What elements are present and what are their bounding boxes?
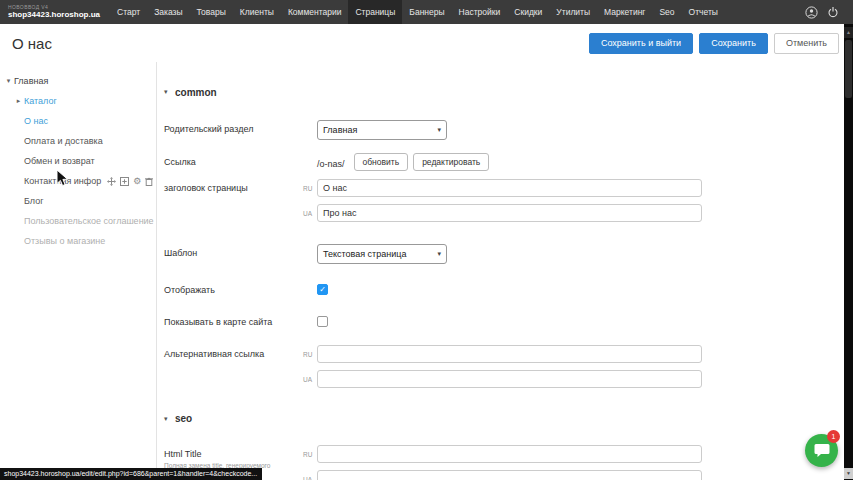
chevron-down-icon: ▾ [437, 250, 441, 258]
sitemap-checkbox[interactable]: ✓ [317, 316, 328, 327]
cancel-button[interactable]: Отменить [774, 33, 839, 54]
logout-icon[interactable] [827, 6, 839, 18]
menu-item-start[interactable]: Старт [110, 0, 147, 24]
menu-item-reports[interactable]: Отчеты [682, 0, 725, 24]
page-scrollbar[interactable]: ▲ ▼ [844, 24, 853, 480]
html-title-ua-input[interactable] [317, 470, 702, 480]
sidebar-item-payment-delivery[interactable]: Оплата и доставка [0, 131, 156, 151]
menu-item-marketing[interactable]: Маркетинг [597, 0, 652, 24]
menu-item-banners[interactable]: Баннеры [402, 0, 451, 24]
tree-item-label: Блог [24, 196, 43, 206]
scroll-up-arrow-icon[interactable]: ▲ [844, 27, 853, 38]
field-display: Отображать ✓ [164, 281, 853, 296]
tree-item-label: Оплата и доставка [24, 136, 103, 146]
template-select[interactable]: Текстовая страница ▾ [317, 244, 447, 264]
field-link: Ссылка /o-nas/ обновить редактировать [164, 153, 853, 171]
edit-link-button[interactable]: редактировать [413, 153, 489, 171]
field-label: Отображать [164, 281, 303, 296]
scroll-down-arrow-icon[interactable]: ▼ [844, 468, 853, 479]
checkmark-icon: ✓ [319, 286, 326, 294]
field-alt-link: Альтернативная ссылка RU UA [164, 345, 853, 388]
menu-item-clients[interactable]: Клиенты [233, 0, 281, 24]
sidebar-item-about[interactable]: О нас [0, 111, 156, 131]
lang-tag-ru: RU [303, 184, 317, 192]
tree-item-label: Обмен и возврат [24, 156, 95, 166]
menu-item-discounts[interactable]: Скидки [507, 0, 549, 24]
sidebar-item-catalog[interactable]: ▸ Каталог [0, 91, 156, 111]
field-label: Html Title Полная замена title, генериру… [164, 445, 303, 471]
select-value: Текстовая страница [323, 249, 406, 259]
menu-item-orders[interactable]: Заказы [147, 0, 189, 24]
menu-item-pages[interactable]: Страницы [348, 0, 402, 24]
field-label: Альтернативная ссылка [164, 345, 303, 360]
parent-section-select[interactable]: Главная ▾ [317, 120, 447, 140]
topbar: НОВОВВОД V4 shop34423.horoshop.ua Старт … [0, 0, 853, 24]
chat-widget-button[interactable]: 1 [805, 434, 838, 467]
field-html-title: Html Title Полная замена title, генериру… [164, 445, 853, 480]
page-title-ru-input[interactable] [317, 179, 702, 197]
chevron-down-icon: ▾ [3, 77, 14, 85]
sidebar-item-store-reviews[interactable]: Отзывы о магазине [0, 231, 156, 251]
section-header-common[interactable]: ▾ common [164, 86, 853, 98]
html-title-ru-input[interactable] [317, 445, 702, 463]
sidebar-item-blog[interactable]: Блог [0, 191, 156, 211]
lang-tag-spacer [303, 320, 317, 321]
refresh-link-button[interactable]: обновить [354, 153, 409, 171]
tree-item-label: Каталог [24, 96, 57, 106]
gear-icon[interactable]: ⚙ [133, 177, 141, 186]
save-button[interactable]: Сохранить [699, 33, 768, 54]
alt-link-ua-input[interactable] [317, 370, 702, 388]
save-and-exit-button[interactable]: Сохранить и выйти [589, 33, 693, 54]
field-label: Ссылка [164, 153, 303, 168]
lang-tag-ru: RU [303, 350, 317, 358]
section-title: seo [175, 413, 192, 424]
lang-tag-spacer [303, 162, 317, 163]
tree-item-label: Пользовательское соглашение [24, 216, 154, 226]
chat-bubble-icon [814, 443, 830, 458]
lang-tag-spacer [303, 254, 317, 255]
brand[interactable]: НОВОВВОД V4 shop34423.horoshop.ua [0, 5, 110, 19]
page-title-ua-input[interactable] [317, 204, 702, 222]
tree-item-label: Главная [14, 76, 48, 86]
tree-item-actions: ⚙ [107, 177, 153, 186]
add-subpage-icon[interactable] [120, 177, 129, 186]
field-label-text: Html Title [164, 449, 303, 460]
menu-item-seo[interactable]: Seo [652, 0, 681, 24]
menu-item-utilities[interactable]: Утилиты [549, 0, 597, 24]
page-title: О нас [0, 35, 52, 52]
pages-tree-sidebar: ▾ Главная ▸ Каталог О нас Оплата и доста… [0, 62, 157, 480]
header-actions: Сохранить и выйти Сохранить Отменить [589, 33, 853, 54]
menu-item-comments[interactable]: Комментарии [281, 0, 349, 24]
link-value: /o-nas/ [317, 155, 345, 169]
page-header: О нас Сохранить и выйти Сохранить Отмени… [0, 24, 853, 62]
top-menu: Старт Заказы Товары Клиенты Комментарии … [110, 0, 725, 24]
lang-tag-spacer [303, 288, 317, 289]
trash-icon[interactable] [145, 177, 153, 186]
sidebar-item-user-agreement[interactable]: Пользовательское соглашение [0, 211, 156, 231]
topbar-icons [805, 6, 853, 19]
section-header-seo[interactable]: ▾ seo [164, 413, 853, 425]
field-template: Шаблон Текстовая страница ▾ [164, 244, 853, 264]
lang-tag-ru: RU [303, 450, 317, 458]
sidebar-item-home[interactable]: ▾ Главная [0, 71, 156, 91]
user-account-icon[interactable] [805, 6, 818, 19]
scrollbar-thumb[interactable] [845, 40, 852, 98]
move-icon[interactable] [107, 177, 116, 186]
chat-unread-badge: 1 [827, 430, 840, 443]
menu-item-products[interactable]: Товары [190, 0, 233, 24]
sidebar-item-exchange-return[interactable]: Обмен и возврат [0, 151, 156, 171]
field-parent-section: Родительский раздел Главная ▾ [164, 120, 853, 140]
field-page-title: заголовок страницы RU UA [164, 179, 853, 222]
sidebar-item-contact-info[interactable]: Контактная инфор ⚙ [0, 171, 156, 191]
select-value: Главная [323, 125, 357, 135]
menu-item-settings[interactable]: Настройки [452, 0, 508, 24]
alt-link-ru-input[interactable] [317, 345, 702, 363]
field-label: Родительский раздел [164, 120, 303, 135]
app-window: НОВОВВОД V4 shop34423.horoshop.ua Старт … [0, 0, 853, 480]
field-sitemap: Показывать в карте сайта ✓ [164, 313, 853, 328]
content-area: ▾ Главная ▸ Каталог О нас Оплата и доста… [0, 62, 853, 480]
tree-item-label: О нас [24, 116, 48, 126]
field-label: заголовок страницы [164, 179, 303, 194]
display-checkbox[interactable]: ✓ [317, 284, 328, 295]
lang-tag-spacer [303, 130, 317, 131]
